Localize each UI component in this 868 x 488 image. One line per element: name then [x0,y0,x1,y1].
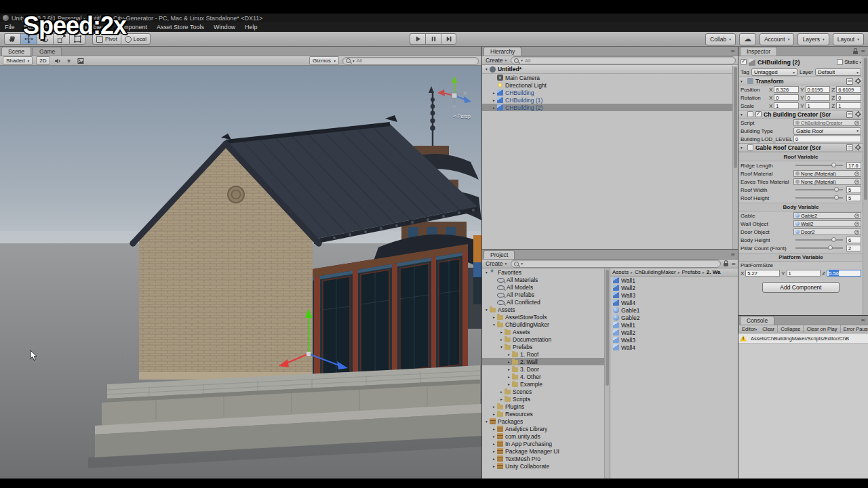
perspective-label[interactable]: < Persp [453,113,471,119]
gizmos-dropdown[interactable]: Gizmos▾ [309,56,339,65]
hierarchy-item[interactable]: CHBuilding [482,89,738,96]
project-tree-item[interactable]: All Conflicted [482,298,610,306]
project-tree-item[interactable]: Assets [482,328,610,336]
layer-dropdown[interactable]: Default▾ [815,68,861,76]
console-toolbar-button[interactable]: Clear [760,325,778,333]
breadcrumb-item[interactable]: 2. Wa [701,269,720,275]
expand-arrow[interactable]: ▾ [484,67,490,71]
slider-knob[interactable] [831,163,836,167]
position-z-field[interactable]: 6.6109 [836,86,861,93]
project-tree-item[interactable]: AssetStoreTools [482,313,610,321]
scrollbar-thumb[interactable] [864,58,867,200]
expand-arrow[interactable] [491,323,497,327]
platform-y-field[interactable]: 1 [787,270,821,277]
script-object-field[interactable]: ChBuildingCreator [793,119,861,126]
platform-z-field[interactable]: 5.56 [827,270,861,277]
tab-inspector[interactable]: Inspector [740,47,777,56]
project-tree-scrollbar[interactable] [604,268,610,479]
project-search-input[interactable]: ▾ [511,260,721,268]
project-tree-item[interactable]: com.unity.ads [482,432,610,440]
scene-effects-dropdown[interactable] [77,57,85,64]
hierarchy-scene-row[interactable]: ▾ Untitled* [482,65,738,74]
hierarchy-item[interactable]: Directional Light [482,81,738,89]
expand-arrow[interactable] [484,308,490,312]
project-tree-item[interactable]: 4. Other [482,373,610,380]
expand-arrow[interactable] [498,330,505,334]
active-checkbox[interactable] [741,59,747,65]
expand-arrow[interactable] [491,405,497,409]
project-tree-item[interactable]: Package Manager UI [482,447,610,455]
building-lod-field[interactable]: 0 [793,136,861,142]
project-tree-item[interactable]: Favorites [482,268,610,276]
project-file-item[interactable]: Wall2 [610,329,738,336]
project-tree-item[interactable]: Packages [482,418,610,425]
project-file-item[interactable]: Wall3 [610,291,738,299]
roof-height-slider[interactable] [795,197,843,199]
add-component-button[interactable]: Add Component [762,282,840,293]
project-tree-item[interactable]: 3. Door [482,365,610,373]
project-tree-item[interactable]: Scenes [482,388,610,395]
tag-dropdown[interactable]: Untagged▾ [751,68,797,76]
shading-mode-dropdown[interactable]: Shaded▾ [3,56,33,65]
object-picker-icon[interactable] [854,180,859,184]
object-picker-icon[interactable] [854,230,859,235]
console-toolbar-button[interactable]: Clear on Play [804,325,840,333]
object-picker-icon[interactable] [854,121,859,125]
project-tree-item[interactable]: All Models [482,283,610,291]
pause-button[interactable] [425,33,441,45]
rotation-x-field[interactable]: 0 [774,94,799,101]
expand-arrow[interactable] [491,427,497,431]
breadcrumb-item[interactable]: Prefabs [676,269,701,275]
object-picker-icon[interactable] [854,222,859,226]
project-create-button[interactable]: Create▾ [484,260,508,267]
2d-toggle-button[interactable]: 2D [36,56,50,65]
hierarchy-item[interactable]: CHBuilding (1) [482,96,738,104]
breadcrumb-item[interactable]: ChBuildingMaker [629,269,676,275]
layers-dropdown[interactable]: Layers▾ [797,33,829,45]
project-tree-item[interactable]: Documentation [482,336,610,343]
project-file-item[interactable]: Gable1 [610,306,738,314]
scene-view-tab[interactable]: Scene [1,47,31,56]
slider-knob[interactable] [834,187,839,192]
project-file-item[interactable]: Gable2 [610,314,738,321]
body-height-slider[interactable] [795,239,843,241]
door-object-field[interactable]: Door2 [793,228,861,235]
gear-icon[interactable] [855,111,861,117]
layout-dropdown[interactable]: Layout▾ [833,33,864,45]
step-button[interactable] [441,33,456,45]
expand-arrow[interactable] [491,98,497,102]
panel-menu-icon[interactable]: ≡ [730,251,735,258]
ridge-length-field[interactable]: 17.6 [846,162,861,169]
project-tree-item[interactable]: Example [482,380,610,388]
expand-arrow[interactable] [491,106,497,110]
project-file-item[interactable]: Wall4 [610,299,738,306]
rotation-z-field[interactable]: 0 [836,94,861,101]
padlock-icon[interactable] [724,263,728,266]
project-tree-item[interactable]: ChBuildingMaker [482,321,610,328]
expand-arrow[interactable] [491,464,497,468]
project-tree-item[interactable]: TextMesh Pro [482,455,610,462]
building-type-dropdown[interactable]: Gable Roof▾ [793,127,861,135]
position-x-field[interactable]: 8.326 [774,86,799,93]
project-file-item[interactable]: Wall1 [610,321,738,329]
padlock-icon[interactable] [853,51,858,54]
scene-view-tab[interactable]: Game [33,47,62,56]
hierarchy-item[interactable]: Main Camera [482,74,738,81]
scale-x-field[interactable]: 1 [774,102,799,109]
expand-arrow[interactable] [484,270,490,274]
project-file-item[interactable]: Wall2 [610,284,738,291]
expand-arrow[interactable] [498,390,505,394]
project-tree-item[interactable]: Scripts [482,395,610,403]
project-tree-item[interactable]: Prefabs [482,343,610,350]
hierarchy-scrollbar[interactable] [732,66,738,249]
position-y-field[interactable]: 0.6195 [806,86,831,93]
panel-menu-icon[interactable]: ≡ [861,48,865,54]
reference-icon[interactable] [846,144,853,151]
slider-knob[interactable] [831,237,836,242]
project-file-item[interactable]: Wall3 [610,336,738,344]
platform-x-field[interactable]: 5.27 [745,270,780,277]
gable-roof-creator-header[interactable]: ▾ Gable Roof Creator (Scr [738,143,863,152]
project-tree-item[interactable]: Resources [482,410,610,418]
menu-item[interactable]: Asset Store Tools [152,22,209,32]
project-tree-item[interactable]: Analytics Library [482,425,610,432]
